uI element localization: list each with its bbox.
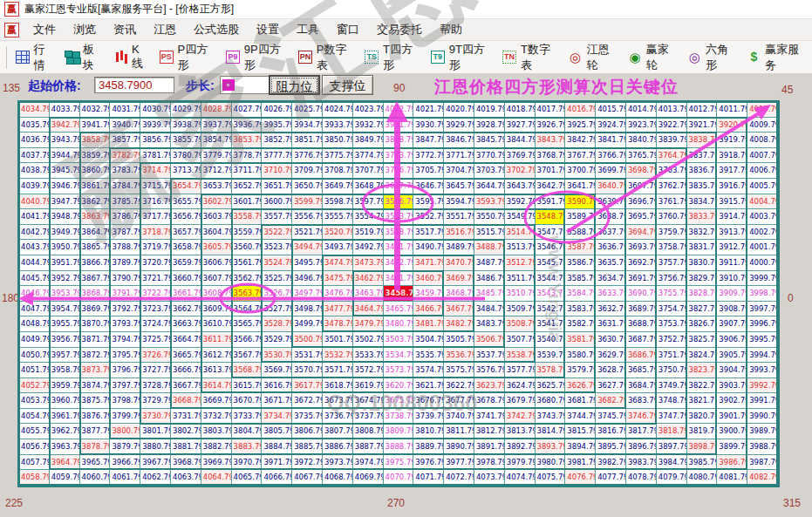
menu-item-公式选股[interactable]: 公式选股 bbox=[185, 19, 248, 40]
menu-item-交易委托[interactable]: 交易委托 bbox=[368, 19, 431, 40]
pn-table-icon: PN bbox=[298, 51, 312, 64]
grid-cell: 3937.79 bbox=[201, 118, 232, 133]
start-price-input[interactable]: 3458.7900 bbox=[94, 77, 174, 93]
grid-cell: 3550.79 bbox=[474, 209, 505, 225]
grid-cell: 3652.79 bbox=[232, 179, 263, 194]
title-bar: 赢 赢家江恩专业版[赢家服务平台] - [价格正方形] bbox=[0, 0, 812, 19]
grid-cell: 3968.79 bbox=[171, 455, 201, 471]
grid-cell: 4014.79 bbox=[626, 102, 657, 118]
toolbar-item-K线[interactable]: K线 bbox=[114, 43, 149, 71]
grid-cell: 3713.79 bbox=[171, 163, 201, 179]
toolbar-item-行情[interactable]: 行情 bbox=[16, 42, 54, 73]
menu-item-浏览[interactable]: 浏览 bbox=[65, 19, 105, 40]
menu-item-文件[interactable]: 文件 bbox=[24, 19, 65, 40]
menu-item-帮助[interactable]: 帮助 bbox=[431, 19, 471, 40]
grid-cell: 3946.79 bbox=[50, 179, 80, 194]
grid-cell: 3833.79 bbox=[687, 209, 718, 225]
grid-cell: 3857.79 bbox=[110, 133, 140, 148]
toolbar-label: 赢家轮 bbox=[646, 42, 678, 73]
grid-cell: 4011.79 bbox=[717, 102, 747, 118]
grid-cell: 3696.79 bbox=[626, 194, 657, 210]
menu-item-江恩[interactable]: 江恩 bbox=[145, 19, 185, 40]
grid-cell: 3651.79 bbox=[262, 179, 292, 194]
menu-item-资讯[interactable]: 资讯 bbox=[105, 19, 145, 40]
grid-cell: 3976.79 bbox=[413, 455, 444, 471]
grid-cell: 3595.79 bbox=[413, 194, 444, 210]
grid-cell: 3983.79 bbox=[626, 455, 657, 471]
grid-cell: 4039.79 bbox=[19, 179, 50, 194]
grid-cell: 3885.79 bbox=[292, 439, 323, 455]
toolbar-item-赢家服务[interactable]: $赢家服务 bbox=[747, 42, 807, 73]
app-window: 赢 赢家江恩专业版[赢家服务平台] - [价格正方形] 赢 文件浏览资讯江恩公式… bbox=[0, 0, 812, 517]
toolbar-item-板块[interactable]: 板块 bbox=[65, 42, 103, 73]
grid-cell: 4004.79 bbox=[747, 194, 778, 210]
grid-cell: 3501.79 bbox=[323, 332, 353, 348]
grid-cell: 3740.79 bbox=[444, 409, 474, 425]
grid-cell: 3751.79 bbox=[657, 348, 687, 364]
grid-cell: 3676.79 bbox=[413, 393, 444, 409]
support-button[interactable]: 支撑位 bbox=[322, 75, 373, 95]
grid-cell: 3770.79 bbox=[474, 148, 505, 164]
grid-cell: 3515.79 bbox=[474, 225, 505, 241]
angle-label-45: 45 bbox=[781, 84, 793, 96]
toolbar-separator bbox=[6, 46, 7, 69]
grid-cell: 3923.79 bbox=[626, 118, 657, 133]
grid-cell: 4013.79 bbox=[657, 102, 687, 118]
toolbar-item-江恩轮[interactable]: ◎江恩轮 bbox=[569, 42, 618, 73]
grid-cell: 3694.79 bbox=[626, 225, 657, 241]
grid-cell: 3978.79 bbox=[474, 455, 505, 471]
grid-cell: 3750.79 bbox=[657, 363, 687, 378]
toolbar-item-P数字表[interactable]: PNP数字表 bbox=[298, 42, 354, 73]
grid-cell: 3617.79 bbox=[292, 378, 323, 394]
grid-cell: 3832.79 bbox=[687, 225, 718, 241]
grid-cell: 3784.79 bbox=[110, 179, 140, 194]
grid-cell: 3498.79 bbox=[292, 302, 323, 317]
grid-cell: 3551.79 bbox=[444, 209, 474, 225]
menu-item-设置[interactable]: 设置 bbox=[248, 19, 288, 40]
grid-cell: 3581.79 bbox=[565, 332, 596, 348]
grid-cell: 4076.79 bbox=[565, 470, 596, 486]
grid-cell: 3829.79 bbox=[687, 271, 718, 287]
grid-cell: 3584.79 bbox=[565, 286, 596, 302]
grid-cell: 3580.79 bbox=[565, 348, 596, 364]
grid-cell: 4007.79 bbox=[747, 148, 778, 164]
grid-cell: 3589.79 bbox=[565, 209, 596, 225]
grid-cell: 3566.79 bbox=[232, 332, 263, 348]
grid-cell: 3757.79 bbox=[657, 255, 687, 271]
step-label: 步长: bbox=[186, 78, 215, 94]
grid-cell: 3990.79 bbox=[747, 409, 778, 425]
grid-cell: 3609.79 bbox=[201, 302, 232, 317]
grid-cell: 3621.79 bbox=[413, 378, 444, 394]
toolbar-item-T数字表[interactable]: TNT数字表 bbox=[502, 42, 558, 73]
grid-cell: 4020.79 bbox=[444, 102, 474, 118]
menu-bar: 赢 文件浏览资讯江恩公式选股设置工具窗口交易委托帮助 bbox=[0, 19, 812, 41]
grid-cell: 3659.79 bbox=[171, 255, 201, 271]
menu-item-工具[interactable]: 工具 bbox=[288, 19, 328, 40]
grid-cell: 3629.79 bbox=[596, 348, 626, 364]
grid-cell: 4002.79 bbox=[747, 225, 778, 241]
grid-cell: 3953.79 bbox=[50, 286, 80, 302]
grid-cell: 3575.79 bbox=[444, 363, 474, 378]
grid-cell: 3497.79 bbox=[292, 286, 323, 302]
grid-cell: 3764.79 bbox=[657, 148, 687, 164]
toolbar-item-赢家轮[interactable]: ◉赢家轮 bbox=[628, 42, 677, 73]
grid-cell: 4065.79 bbox=[232, 470, 263, 486]
grid-cell: 3971.79 bbox=[262, 455, 292, 471]
grid-cell: 3928.79 bbox=[474, 118, 505, 133]
grid-cell: 3691.79 bbox=[626, 271, 657, 287]
grid-cell: 3915.79 bbox=[717, 194, 747, 210]
grid-cell: 3777.79 bbox=[262, 148, 292, 164]
grid-cell: 3731.79 bbox=[171, 409, 201, 425]
toolbar-item-T四方形[interactable]: TST四方形 bbox=[365, 42, 420, 73]
toolbar-item-P四方形[interactable]: PSP四方形 bbox=[160, 42, 215, 73]
grid-cell: 3815.79 bbox=[565, 424, 596, 439]
grid-cell: 3468.79 bbox=[444, 286, 474, 302]
grid-cell: 4067.79 bbox=[292, 470, 323, 486]
toolbar-item-9T四方形[interactable]: T99T四方形 bbox=[431, 42, 492, 73]
grid-cell: 3911.79 bbox=[717, 255, 747, 271]
toolbar-item-六角形[interactable]: ◎六角形 bbox=[687, 42, 736, 73]
resistance-button[interactable]: 阻力位 bbox=[269, 75, 320, 95]
grid-cell: 3648.79 bbox=[353, 179, 384, 194]
toolbar-item-9P四方形[interactable]: P99P四方形 bbox=[226, 42, 288, 73]
menu-item-窗口[interactable]: 窗口 bbox=[328, 19, 368, 40]
